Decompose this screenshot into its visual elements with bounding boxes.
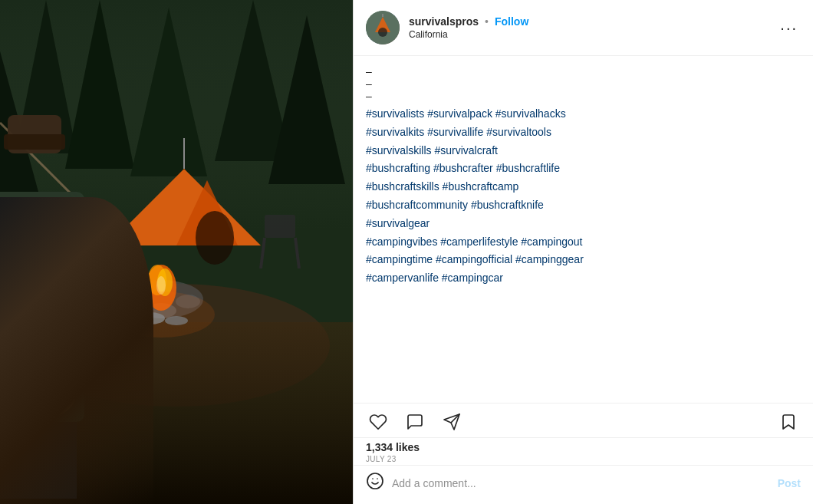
comment-input[interactable] xyxy=(392,477,770,489)
header-info: survivalspros • Follow California xyxy=(409,15,777,40)
emoji-button[interactable] xyxy=(366,472,384,495)
post-header: survivalspros • Follow California ··· xyxy=(354,0,813,56)
hashtag-line-2[interactable]: #survivalskills #survivalcraft xyxy=(366,142,801,160)
svg-point-36 xyxy=(15,364,77,418)
like-button[interactable] xyxy=(366,410,390,434)
post-image-panel xyxy=(0,0,353,504)
svg-rect-15 xyxy=(265,215,295,238)
separator-dot: • xyxy=(485,15,489,28)
hashtag-line-5[interactable]: #bushcraftcommunity #bushcraftknife xyxy=(366,196,801,215)
follow-button[interactable]: Follow xyxy=(495,15,528,28)
hashtag-line-7[interactable]: #campingvibes #camperlifestyle #campingo… xyxy=(366,233,801,252)
hashtag-line-4[interactable]: #bushcraftskills #bushcraftcamp xyxy=(366,178,801,196)
bookmark-icon xyxy=(779,413,798,431)
hashtag-line-3[interactable]: #bushcrafting #bushcrafter #bushcraftlif… xyxy=(366,160,801,178)
comment-icon xyxy=(406,413,424,431)
svg-point-22 xyxy=(116,301,137,313)
avatar[interactable] xyxy=(366,11,400,44)
svg-point-40 xyxy=(378,28,387,37)
caption-dash-3: – xyxy=(366,90,801,102)
action-icons-row xyxy=(366,410,801,434)
svg-rect-32 xyxy=(0,192,77,499)
share-button[interactable] xyxy=(439,410,464,434)
comment-section: Post xyxy=(354,465,813,504)
svg-rect-28 xyxy=(127,284,138,315)
camp-photo xyxy=(0,0,353,504)
caption-dash-2: – xyxy=(366,77,801,90)
svg-point-14 xyxy=(196,211,234,265)
svg-point-44 xyxy=(367,473,383,489)
location: California xyxy=(409,29,777,40)
share-icon xyxy=(443,413,461,431)
svg-point-19 xyxy=(120,290,148,305)
save-button[interactable] xyxy=(776,410,801,434)
hashtag-line-0[interactable]: #survivalists #survivalpack #survivalhac… xyxy=(366,105,801,124)
username[interactable]: survivalspros xyxy=(409,15,479,28)
emoji-icon xyxy=(366,472,384,490)
heart-icon xyxy=(369,413,387,431)
username-row: survivalspros • Follow xyxy=(409,15,777,28)
caption-area: – – – #survivalists #survivalpack #survi… xyxy=(354,56,813,404)
hashtag-line-6[interactable]: #survivalgear xyxy=(366,215,801,233)
actions-bar xyxy=(354,404,813,438)
post-date: JULY 23 xyxy=(366,455,801,463)
hashtag-line-9[interactable]: #campervanlife #campingcar xyxy=(366,269,801,288)
hashtags-section: #survivalists #survivalpack #survivalhac… xyxy=(366,105,801,288)
svg-point-31 xyxy=(165,316,188,325)
post-comment-button[interactable]: Post xyxy=(778,477,801,489)
svg-rect-29 xyxy=(127,282,138,288)
comment-button[interactable] xyxy=(403,410,427,434)
likes-section: 1,334 likes JULY 23 xyxy=(354,438,813,465)
post-container: survivalspros • Follow California ··· – … xyxy=(0,0,813,504)
likes-count: 1,334 likes xyxy=(366,441,801,453)
svg-point-30 xyxy=(134,312,165,324)
hashtag-line-1[interactable]: #survivalkits #survivallife #survivaltoo… xyxy=(366,124,801,142)
svg-rect-34 xyxy=(4,134,65,150)
more-options-button[interactable]: ··· xyxy=(777,19,801,37)
svg-rect-9 xyxy=(0,322,353,504)
svg-rect-35 xyxy=(0,192,84,422)
svg-point-37 xyxy=(23,361,69,404)
post-content-panel: survivalspros • Follow California ··· – … xyxy=(353,0,813,504)
caption-dash-1: – xyxy=(366,65,801,77)
hashtag-line-8[interactable]: #campingtime #campingofficial #campingge… xyxy=(366,251,801,269)
